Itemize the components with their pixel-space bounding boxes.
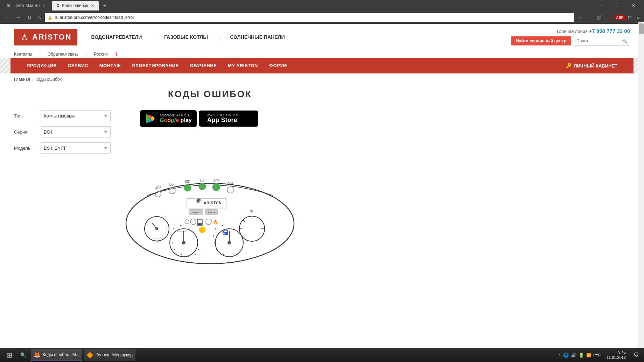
extensions-icon[interactable]: 🛒 (595, 14, 604, 21)
contacts-link[interactable]: Контакты (14, 52, 32, 57)
menu-icon[interactable]: ⋯ (585, 14, 593, 21)
hamburger-icon[interactable]: ≡ (635, 14, 641, 21)
home-button[interactable]: ⌂ (36, 13, 43, 22)
header-search-icon[interactable]: 🔍 (622, 38, 628, 44)
google-play-main-text: Google play (160, 117, 192, 123)
nav-education[interactable]: ОБУЧЕНИЕ (184, 58, 222, 73)
google-play-top-text: ANDROID APP ON (160, 114, 192, 117)
window-controls: ─ ❐ ✕ (594, 0, 641, 11)
type-select[interactable]: Котлы газовые (41, 110, 111, 121)
minimize-button[interactable]: ─ (594, 0, 609, 11)
refresh-button[interactable]: ↻ (25, 13, 34, 22)
lock-icon: 🔒 (48, 15, 52, 20)
header-nav-links: ВОДОНАГРЕВАТЕЛИ | ГАЗОВЫЕ КОТЛЫ | СОЛНЕЧ… (91, 34, 285, 40)
svg-rect-23 (197, 200, 200, 203)
svg-text:●: ● (230, 255, 231, 258)
tab-errors-close[interactable]: ✕ (90, 3, 95, 8)
nav-right-section: 🔑 ЛИЧНЫЙ КАБИНЕТ (560, 58, 623, 73)
russia-arrow: ❯ (115, 52, 118, 57)
series-label: Серия: (14, 129, 35, 135)
nav-boilers[interactable]: ГАЗОВЫЕ КОТЛЫ (164, 34, 208, 40)
breadcrumb: Главная › Коды ошибок (0, 73, 644, 85)
series-select[interactable]: BS II (41, 126, 111, 137)
ariston-logo[interactable]: ARISTON (14, 29, 77, 45)
google-play-text: ANDROID APP ON Google play (160, 114, 192, 123)
model-select[interactable]: BS II 24 FF (41, 142, 111, 154)
header-search: 🔍 (574, 36, 630, 46)
service-center-button[interactable]: Найти сервисный центр (511, 36, 571, 45)
nav-design[interactable]: ПРОЕКТИРОВАНИЕ (126, 58, 184, 73)
svg-text:●: ● (215, 227, 217, 230)
nav-forum[interactable]: ФОРУМ (264, 58, 293, 73)
svg-text:70°: 70° (200, 178, 205, 182)
tab-mail-close[interactable]: ✕ (42, 3, 46, 8)
logo-text: ARISTON (32, 33, 72, 42)
forward-button[interactable]: → (14, 13, 23, 22)
back-button[interactable]: ← (3, 13, 12, 22)
hotline-label: Горячая линия (557, 29, 588, 34)
tab-errors[interactable]: ⚙ Коды ошибок ✕ (52, 1, 99, 10)
app-store-text: Available on the App Store (207, 113, 239, 124)
svg-text:60°: 60° (185, 179, 191, 184)
svg-text:●: ● (174, 248, 176, 251)
nav-installation[interactable]: МОНТАЖ (94, 58, 127, 73)
logo-icon (20, 32, 29, 42)
close-button[interactable]: ✕ (626, 0, 641, 11)
breadcrumb-home[interactable]: Главная (14, 77, 30, 82)
nav-solar[interactable]: СОЛНЕЧНЫЕ ПАНЕЛИ (230, 34, 285, 40)
svg-point-16 (199, 183, 206, 190)
scrollbar-thumb[interactable] (639, 23, 644, 34)
cabinet-label: ЛИЧНЫЙ КАБИНЕТ (574, 63, 617, 69)
nav-service[interactable]: СЕРВИС (62, 58, 94, 73)
svg-text:🔥: 🔥 (213, 219, 218, 225)
svg-text:●: ● (188, 255, 189, 258)
svg-point-60 (182, 241, 186, 244)
svg-text:bar: bar (155, 240, 159, 243)
nav-myariston[interactable]: MY ARISTON (222, 58, 264, 73)
app-badges: ANDROID APP ON Google play Available on … (140, 110, 258, 127)
scrollbar[interactable] (638, 22, 644, 283)
personal-cabinet-link[interactable]: 🔑 ЛИЧНЫЙ КАБИНЕТ (560, 58, 623, 73)
nav-products[interactable]: ПРОДУКЦИЯ (21, 58, 62, 73)
url-display: ru.ariston-pro.com/error-codes/#load_err… (55, 15, 571, 20)
nav-sep-2: | (218, 34, 220, 40)
main-nav: ПРОДУКЦИЯ СЕРВИС МОНТАЖ ПРОЕКТИРОВАНИЕ О… (0, 58, 644, 73)
page-content: КОДЫ ОШИБОК Тип: Котлы газовые Серия: BS… (0, 85, 420, 283)
address-input[interactable]: 🔒 ru.ariston-pro.com/error-codes/#load_e… (45, 13, 574, 22)
google-play-badge[interactable]: ANDROID APP ON Google play (140, 110, 197, 127)
new-tab-button[interactable]: + (100, 2, 109, 9)
reader-icon[interactable]: ⊡ (626, 14, 634, 21)
browser-chrome: ✉ Почта Mail.Ru ✕ ⚙ Коды ошибок ✕ + ─ ❐ … (0, 0, 644, 24)
page-title: КОДЫ ОШИБОК (14, 89, 406, 100)
svg-text:●: ● (214, 241, 215, 244)
type-label: Тип: (14, 113, 35, 119)
svg-rect-2 (23, 37, 26, 40)
app-store-badge[interactable]: Available on the App Store (199, 111, 258, 127)
app-store-main-text: App Store (207, 117, 239, 124)
filter-form: Тип: Котлы газовые Серия: BS II Модель: … (14, 110, 126, 154)
restore-button[interactable]: ❐ (610, 0, 625, 11)
svg-text:on/off: on/off (192, 211, 200, 214)
svg-text:≡≡≡≡: ≡≡≡≡ (177, 228, 187, 233)
tab-mail[interactable]: ✉ Почта Mail.Ru ✕ (3, 1, 50, 10)
tab-errors-label: Коды ошибок (62, 3, 88, 8)
adblock-icon[interactable]: ABP (615, 15, 625, 20)
svg-text:●: ● (172, 241, 173, 244)
shield-icon[interactable]: 🛡 (605, 14, 613, 21)
svg-text:●: ● (198, 248, 200, 251)
breadcrumb-current: Коды ошибок (36, 77, 62, 82)
feedback-link[interactable]: Обратная связь (48, 52, 78, 57)
svg-point-36 (199, 227, 205, 233)
nav-heaters[interactable]: ВОДОНАГРЕВАТЕЛИ (91, 34, 142, 40)
bookmark-icon[interactable]: ☆ (576, 14, 584, 21)
svg-text:ARISTON: ARISTON (204, 201, 222, 205)
nav-sep-1: | (152, 34, 154, 40)
tab-errors-favicon: ⚙ (56, 3, 60, 8)
series-row: Серия: BS II (14, 126, 126, 137)
model-label: Модель: (14, 145, 35, 151)
cabinet-icon: 🔑 (566, 63, 572, 69)
svg-rect-33 (198, 223, 202, 225)
header-search-input[interactable] (576, 38, 622, 43)
address-bar: ← → ↻ ⌂ 🔒 ru.ariston-pro.com/error-codes… (0, 11, 644, 24)
nav-bar: ПРОДУКЦИЯ СЕРВИС МОНТАЖ ПРОЕКТИРОВАНИЕ О… (10, 58, 634, 73)
